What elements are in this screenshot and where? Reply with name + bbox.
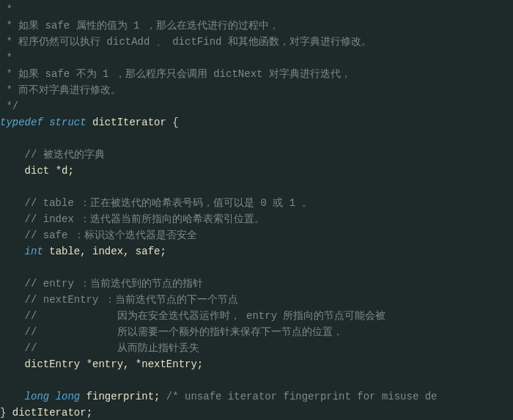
comment-line: // table ：正在被迭代的哈希表号码，值可以是 0 或 1 。 (25, 197, 312, 209)
keyword-long: long (56, 391, 81, 402)
keyword-int: int (25, 246, 43, 257)
comment-line: * (0, 52, 12, 64)
declaration: fingerprint; (80, 391, 166, 402)
declaration: *entry, *nextEntry; (86, 358, 204, 370)
code-block: * * 如果 safe 属性的值为 1 ，那么在迭代进行的过程中， * 程序仍然… (0, 0, 513, 420)
keyword-typedef: typedef (0, 117, 43, 128)
comment-line: * 程序仍然可以执行 dictAdd 、 dictFind 和其他函数，对字典进… (0, 36, 372, 48)
comment-line: // entry ：当前迭代到的节点的指针 (25, 278, 204, 290)
comment-inline: /* unsafe iterator fingerprint for misus… (166, 391, 438, 402)
comment-line: // 因为在安全迭代器运作时， entry 所指向的节点可能会被 (25, 310, 386, 322)
type-name: dictEntry (25, 358, 86, 370)
comment-line: * (0, 4, 12, 15)
comment-line: // safe ：标识这个迭代器是否安全 (25, 229, 197, 241)
comment-line: * 如果 safe 属性的值为 1 ，那么在迭代进行的过程中， (0, 20, 279, 32)
comment-line: * 而不对字典进行修改。 (0, 84, 121, 96)
comment-line: // 被迭代的字典 (25, 149, 105, 161)
comment-line: * 如果 safe 不为 1 ，那么程序只会调用 dictNext 对字典进行迭… (0, 68, 351, 80)
comment-line: // nextEntry ：当前迭代节点的下一个节点 (25, 294, 238, 306)
comment-line: // 所以需要一个额外的指针来保存下一节点的位置， (25, 326, 343, 338)
brace-open: { (172, 117, 178, 128)
comment-line: */ (0, 100, 18, 112)
comment-line: // index ：迭代器当前所指向的哈希表索引位置。 (25, 213, 265, 225)
keyword-struct: struct (49, 117, 86, 128)
comment-line: // 从而防止指针丢失 (25, 342, 199, 354)
type-name: dict (25, 165, 56, 177)
keyword-long: long (25, 391, 50, 402)
identifier: dictIterator; (12, 407, 92, 419)
brace-close: } (0, 407, 12, 419)
declaration: table, index, safe; (43, 246, 166, 257)
identifier: dictIterator (92, 117, 166, 128)
declaration: *d; (56, 165, 74, 177)
